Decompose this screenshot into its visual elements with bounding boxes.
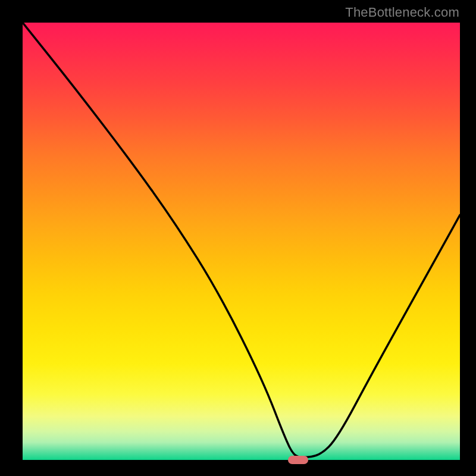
bottleneck-curve [23,23,460,457]
attribution-label: TheBottleneck.com [345,5,459,20]
optimal-marker [288,456,308,464]
plot-area [23,23,460,460]
chart-container: TheBottleneck.com [0,0,476,476]
curve-svg [23,23,460,460]
